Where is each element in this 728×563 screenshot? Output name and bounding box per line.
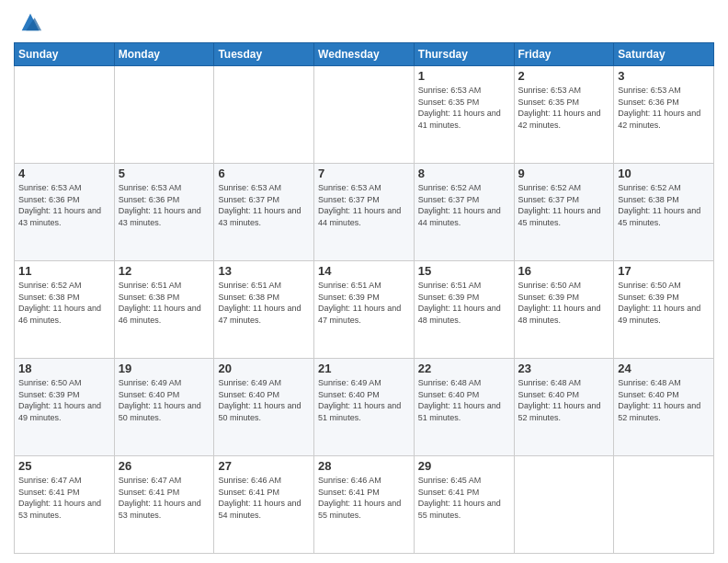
day-info: Sunrise: 6:53 AMSunset: 6:37 PMDaylight:… bbox=[218, 182, 310, 228]
calendar-cell: 9Sunrise: 6:52 AMSunset: 6:37 PMDaylight… bbox=[514, 164, 614, 261]
day-number: 22 bbox=[418, 362, 510, 375]
day-info: Sunrise: 6:45 AMSunset: 6:41 PMDaylight:… bbox=[418, 475, 510, 521]
day-info: Sunrise: 6:50 AMSunset: 6:39 PMDaylight:… bbox=[518, 280, 610, 326]
weekday-header: Tuesday bbox=[214, 43, 314, 66]
day-info: Sunrise: 6:53 AMSunset: 6:36 PMDaylight:… bbox=[18, 182, 110, 228]
day-info: Sunrise: 6:52 AMSunset: 6:38 PMDaylight:… bbox=[618, 182, 710, 228]
day-number: 7 bbox=[318, 167, 410, 180]
calendar-week-row: 18Sunrise: 6:50 AMSunset: 6:39 PMDayligh… bbox=[15, 359, 714, 456]
calendar-cell: 12Sunrise: 6:51 AMSunset: 6:38 PMDayligh… bbox=[114, 261, 214, 359]
calendar-cell: 3Sunrise: 6:53 AMSunset: 6:36 PMDaylight… bbox=[614, 66, 714, 164]
day-number: 17 bbox=[618, 264, 710, 278]
day-number: 1 bbox=[418, 69, 510, 83]
calendar-cell: 10Sunrise: 6:52 AMSunset: 6:38 PMDayligh… bbox=[614, 164, 714, 261]
day-info: Sunrise: 6:46 AMSunset: 6:41 PMDaylight:… bbox=[218, 475, 310, 521]
day-info: Sunrise: 6:47 AMSunset: 6:41 PMDaylight:… bbox=[119, 475, 210, 521]
day-number: 18 bbox=[18, 362, 110, 375]
day-number: 14 bbox=[318, 264, 410, 278]
weekday-header: Monday bbox=[114, 43, 214, 66]
calendar-cell bbox=[214, 66, 314, 164]
day-number: 26 bbox=[119, 459, 210, 473]
day-number: 6 bbox=[218, 167, 310, 180]
day-info: Sunrise: 6:53 AMSunset: 6:35 PMDaylight:… bbox=[518, 85, 610, 131]
calendar-header-row: SundayMondayTuesdayWednesdayThursdayFrid… bbox=[15, 43, 714, 66]
day-info: Sunrise: 6:46 AMSunset: 6:41 PMDaylight:… bbox=[318, 475, 410, 521]
calendar-cell: 14Sunrise: 6:51 AMSunset: 6:39 PMDayligh… bbox=[314, 261, 415, 359]
weekday-header: Wednesday bbox=[314, 43, 415, 66]
day-number: 24 bbox=[618, 362, 710, 375]
day-number: 23 bbox=[518, 362, 610, 375]
day-info: Sunrise: 6:49 AMSunset: 6:40 PMDaylight:… bbox=[318, 377, 410, 423]
calendar-cell: 27Sunrise: 6:46 AMSunset: 6:41 PMDayligh… bbox=[214, 456, 314, 554]
day-info: Sunrise: 6:48 AMSunset: 6:40 PMDaylight:… bbox=[418, 377, 510, 423]
day-info: Sunrise: 6:48 AMSunset: 6:40 PMDaylight:… bbox=[518, 377, 610, 423]
calendar-cell: 8Sunrise: 6:52 AMSunset: 6:37 PMDaylight… bbox=[414, 164, 514, 261]
day-info: Sunrise: 6:53 AMSunset: 6:36 PMDaylight:… bbox=[618, 85, 710, 131]
day-number: 8 bbox=[418, 167, 510, 180]
calendar-cell: 19Sunrise: 6:49 AMSunset: 6:40 PMDayligh… bbox=[114, 359, 214, 456]
calendar-cell: 28Sunrise: 6:46 AMSunset: 6:41 PMDayligh… bbox=[314, 456, 415, 554]
calendar-cell: 7Sunrise: 6:53 AMSunset: 6:37 PMDaylight… bbox=[314, 164, 415, 261]
calendar-cell bbox=[15, 66, 115, 164]
weekday-header: Saturday bbox=[614, 43, 714, 66]
calendar-week-row: 1Sunrise: 6:53 AMSunset: 6:35 PMDaylight… bbox=[15, 66, 714, 164]
calendar-cell: 2Sunrise: 6:53 AMSunset: 6:35 PMDaylight… bbox=[514, 66, 614, 164]
day-number: 29 bbox=[418, 459, 510, 473]
calendar-cell: 5Sunrise: 6:53 AMSunset: 6:36 PMDaylight… bbox=[114, 164, 214, 261]
day-number: 2 bbox=[518, 69, 610, 83]
day-info: Sunrise: 6:51 AMSunset: 6:38 PMDaylight:… bbox=[119, 280, 210, 326]
day-info: Sunrise: 6:49 AMSunset: 6:40 PMDaylight:… bbox=[218, 377, 310, 423]
day-number: 27 bbox=[218, 459, 310, 473]
day-info: Sunrise: 6:48 AMSunset: 6:40 PMDaylight:… bbox=[618, 377, 710, 423]
calendar-cell: 4Sunrise: 6:53 AMSunset: 6:36 PMDaylight… bbox=[15, 164, 115, 261]
day-number: 13 bbox=[218, 264, 310, 278]
day-info: Sunrise: 6:53 AMSunset: 6:36 PMDaylight:… bbox=[119, 182, 210, 228]
calendar-cell: 18Sunrise: 6:50 AMSunset: 6:39 PMDayligh… bbox=[15, 359, 115, 456]
calendar-cell: 25Sunrise: 6:47 AMSunset: 6:41 PMDayligh… bbox=[15, 456, 115, 554]
calendar-cell bbox=[514, 456, 614, 554]
day-info: Sunrise: 6:53 AMSunset: 6:37 PMDaylight:… bbox=[318, 182, 410, 228]
day-number: 21 bbox=[318, 362, 410, 375]
day-info: Sunrise: 6:52 AMSunset: 6:37 PMDaylight:… bbox=[418, 182, 510, 228]
day-info: Sunrise: 6:52 AMSunset: 6:38 PMDaylight:… bbox=[18, 280, 110, 326]
day-number: 19 bbox=[119, 362, 210, 375]
calendar-cell bbox=[114, 66, 214, 164]
day-info: Sunrise: 6:49 AMSunset: 6:40 PMDaylight:… bbox=[119, 377, 210, 423]
calendar-cell: 22Sunrise: 6:48 AMSunset: 6:40 PMDayligh… bbox=[414, 359, 514, 456]
day-info: Sunrise: 6:51 AMSunset: 6:38 PMDaylight:… bbox=[218, 280, 310, 326]
calendar-week-row: 25Sunrise: 6:47 AMSunset: 6:41 PMDayligh… bbox=[15, 456, 714, 554]
calendar-cell: 23Sunrise: 6:48 AMSunset: 6:40 PMDayligh… bbox=[514, 359, 614, 456]
day-info: Sunrise: 6:50 AMSunset: 6:39 PMDaylight:… bbox=[18, 377, 110, 423]
day-number: 28 bbox=[318, 459, 410, 473]
header bbox=[14, 9, 714, 35]
day-number: 11 bbox=[18, 264, 110, 278]
day-info: Sunrise: 6:50 AMSunset: 6:39 PMDaylight:… bbox=[618, 280, 710, 326]
calendar-cell: 20Sunrise: 6:49 AMSunset: 6:40 PMDayligh… bbox=[214, 359, 314, 456]
weekday-header: Thursday bbox=[414, 43, 514, 66]
calendar-cell: 11Sunrise: 6:52 AMSunset: 6:38 PMDayligh… bbox=[15, 261, 115, 359]
day-number: 10 bbox=[618, 167, 710, 180]
calendar-cell: 21Sunrise: 6:49 AMSunset: 6:40 PMDayligh… bbox=[314, 359, 415, 456]
page: SundayMondayTuesdayWednesdayThursdayFrid… bbox=[0, 0, 728, 563]
calendar-week-row: 4Sunrise: 6:53 AMSunset: 6:36 PMDaylight… bbox=[15, 164, 714, 261]
day-number: 15 bbox=[418, 264, 510, 278]
weekday-header: Friday bbox=[514, 43, 614, 66]
day-number: 25 bbox=[18, 459, 110, 473]
calendar-cell: 29Sunrise: 6:45 AMSunset: 6:41 PMDayligh… bbox=[414, 456, 514, 554]
calendar-cell bbox=[314, 66, 415, 164]
day-number: 3 bbox=[618, 69, 710, 83]
calendar-cell: 24Sunrise: 6:48 AMSunset: 6:40 PMDayligh… bbox=[614, 359, 714, 456]
day-number: 4 bbox=[18, 167, 110, 180]
logo-icon bbox=[17, 9, 43, 35]
calendar-cell: 13Sunrise: 6:51 AMSunset: 6:38 PMDayligh… bbox=[214, 261, 314, 359]
weekday-header: Sunday bbox=[15, 43, 115, 66]
calendar-cell: 17Sunrise: 6:50 AMSunset: 6:39 PMDayligh… bbox=[614, 261, 714, 359]
calendar-week-row: 11Sunrise: 6:52 AMSunset: 6:38 PMDayligh… bbox=[15, 261, 714, 359]
day-info: Sunrise: 6:52 AMSunset: 6:37 PMDaylight:… bbox=[518, 182, 610, 228]
day-number: 5 bbox=[119, 167, 210, 180]
day-info: Sunrise: 6:47 AMSunset: 6:41 PMDaylight:… bbox=[18, 475, 110, 521]
day-number: 16 bbox=[518, 264, 610, 278]
day-number: 12 bbox=[119, 264, 210, 278]
calendar-cell: 1Sunrise: 6:53 AMSunset: 6:35 PMDaylight… bbox=[414, 66, 514, 164]
logo bbox=[14, 9, 43, 35]
